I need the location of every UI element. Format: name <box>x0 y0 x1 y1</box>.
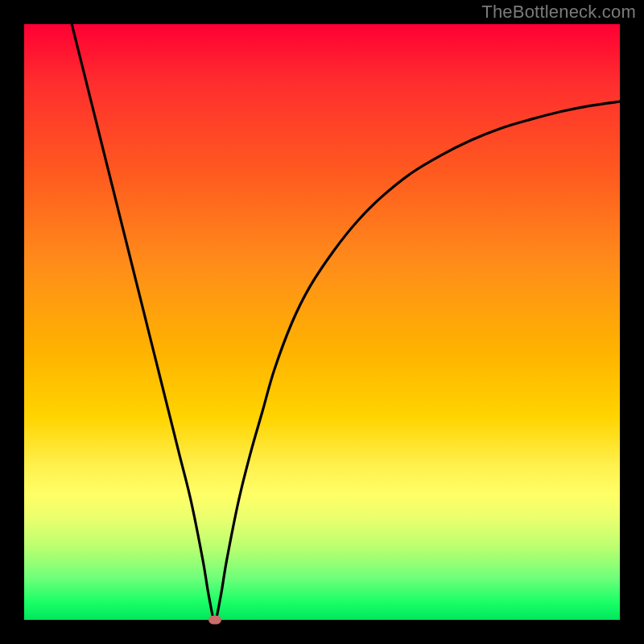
bottleneck-curve <box>72 24 620 620</box>
chart-frame: TheBottleneck.com <box>0 0 644 644</box>
curve-svg <box>24 24 620 620</box>
minimum-marker <box>208 616 221 625</box>
plot-area <box>24 24 620 620</box>
watermark-text: TheBottleneck.com <box>481 2 636 23</box>
